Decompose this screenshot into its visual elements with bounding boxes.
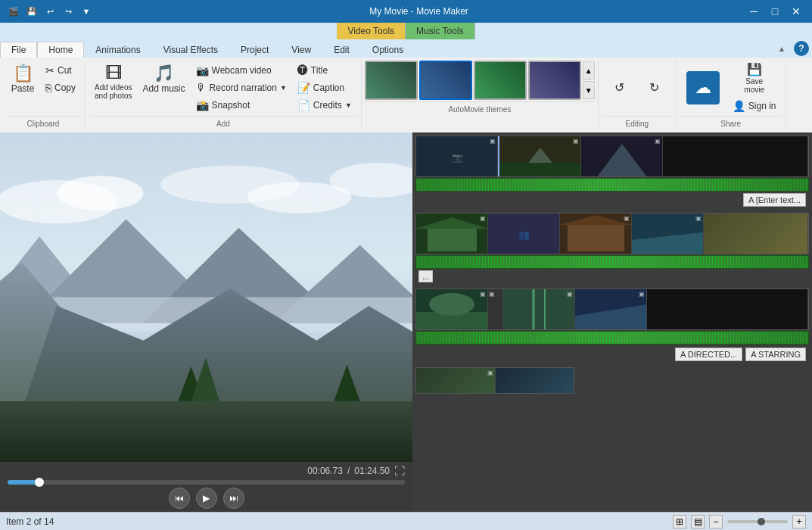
caption-btn[interactable]: 📝 Caption [293, 80, 356, 96]
text-overlay-1[interactable]: A [Enter text... [743, 193, 806, 207]
clip-thumb-3a[interactable]: ▣ [416, 289, 488, 329]
video-tools-tab[interactable]: Video Tools [337, 23, 406, 39]
rotate-left-btn[interactable]: ↺ [603, 79, 636, 97]
maximize-btn[interactable]: □ [765, 4, 785, 19]
sign-in-btn[interactable]: 👤 Sign in [728, 98, 781, 114]
clip-thumb-1b[interactable]: ▣ [499, 136, 581, 176]
clip-badge-3c: ▣ [639, 291, 645, 298]
help-btn[interactable]: ? [794, 41, 809, 56]
clip-thumb-3b[interactable]: ▣ [503, 289, 575, 329]
svg-text:📷: 📷 [452, 151, 463, 163]
clip-scene-2 [499, 136, 581, 176]
time-total: 01:24.50 [354, 466, 390, 476]
theme-4[interactable] [528, 61, 581, 100]
forward-btn[interactable]: ⏭ [223, 488, 244, 509]
undo-btn[interactable]: ↩ [42, 4, 58, 19]
starring-overlay[interactable]: A STARRING [745, 348, 806, 361]
zoom-plus-btn[interactable]: + [792, 515, 806, 528]
clip-thumb-2c[interactable]: ▣ [560, 214, 632, 254]
share-group: ☁ 💾 Save movie 👤 Sign in Share [677, 61, 786, 129]
svg-point-2 [57, 176, 143, 210]
clip-thumb-2e[interactable] [704, 214, 808, 254]
clip-thumb-3c[interactable]: ▣ [575, 289, 647, 329]
clip-badge-2a: ▣ [480, 215, 486, 222]
tab-project[interactable]: Project [229, 42, 280, 58]
narration-btn[interactable]: 🎙 Record narration ▼ [191, 80, 291, 96]
snapshot-btn[interactable]: 📸 Snapshot [191, 97, 291, 114]
save-quick-btn[interactable]: 💾 [24, 4, 39, 19]
clip-strip-1[interactable]: 📷 ▣ [415, 136, 809, 177]
zoom-slider[interactable] [727, 520, 788, 523]
tab-animations[interactable]: Animations [84, 42, 151, 58]
theme-scroll-up[interactable]: ▲ [583, 61, 595, 80]
copy-btn[interactable]: ⎘ Copy [41, 80, 80, 96]
paste-icon: 📋 [13, 65, 33, 82]
rotate-right-btn[interactable]: ↻ [638, 79, 671, 97]
tab-edit[interactable]: Edit [322, 42, 361, 58]
clip-thumb-1d[interactable] [663, 136, 808, 176]
ribbon-collapse-btn[interactable]: ▲ [774, 41, 789, 56]
rewind-btn[interactable]: ⏮ [169, 488, 190, 509]
add-text-btns: 🅣 Title 📝 Caption 📄 Credits ▼ [293, 62, 356, 114]
clip-thumb-inner-3a [416, 289, 487, 329]
clip-thumb-inner-1a: 📷 [416, 136, 497, 176]
clip-thumb-inner-1b [499, 136, 580, 176]
tab-home[interactable]: Home [37, 42, 84, 58]
progress-bar[interactable] [8, 480, 405, 485]
onedrive-btn[interactable]: ☁ [681, 67, 725, 108]
clip-strip-3[interactable]: ▣ ▣ [415, 288, 809, 330]
progress-thumb[interactable] [35, 478, 44, 487]
clipboard-label-row: Clipboard [6, 116, 80, 129]
redo-btn[interactable]: ↪ [61, 4, 76, 19]
tab-view[interactable]: View [280, 42, 322, 58]
ribbon-content: 📋 Paste ✂ Cut ⎘ Copy Clipboard [0, 58, 812, 132]
ellipsis-box[interactable]: ... [418, 270, 433, 282]
timeline-panel[interactable]: 📷 ▣ [412, 132, 812, 512]
timeline-view-btn[interactable]: ▤ [691, 515, 705, 528]
tab-file[interactable]: File [0, 42, 37, 58]
audio-strip-3 [415, 331, 809, 344]
clip-thumb-inner-4b [496, 368, 574, 393]
clip-thumb-1c[interactable]: ▣ [581, 136, 663, 176]
play-btn[interactable]: ▶ [196, 488, 217, 509]
paste-btn[interactable]: 📋 Paste [6, 62, 39, 97]
save-movie-btn[interactable]: 💾 Save movie [728, 61, 781, 97]
clip-thumb-2b[interactable]: 👥 [488, 214, 560, 254]
clip-strip-4[interactable]: ▣ [415, 367, 574, 394]
theme-scroll-down[interactable]: ▼ [583, 81, 595, 99]
directed-overlay[interactable]: A DIRECTED... [675, 348, 742, 361]
svg-rect-25 [428, 229, 477, 251]
clip-thumb-2d[interactable]: ▣ [632, 214, 704, 254]
credits-btn[interactable]: 📄 Credits ▼ [293, 97, 356, 114]
clip-thumb-3d[interactable] [647, 289, 808, 329]
tab-visual-effects[interactable]: Visual Effects [152, 42, 229, 58]
clip-thumb-1a[interactable]: 📷 ▣ [416, 136, 498, 176]
playback-controls: ⏮ ▶ ⏭ [8, 488, 405, 509]
zoom-minus-btn[interactable]: − [709, 515, 723, 528]
minimize-btn[interactable]: ─ [744, 4, 764, 19]
music-tools-tab[interactable]: Music Tools [406, 23, 474, 39]
clip-thumb-inner-4a [416, 368, 495, 393]
snapshot-icon: 📸 [196, 99, 209, 111]
clip-thumb-2a[interactable]: ▣ [416, 214, 488, 254]
clip-thumb-4b[interactable] [496, 368, 574, 393]
close-btn[interactable]: ✕ [786, 4, 806, 19]
clip-thumb-4a[interactable]: ▣ [416, 368, 496, 393]
fullscreen-btn[interactable]: ⛶ [394, 465, 405, 477]
clip-strip-2[interactable]: ▣ 👥 [415, 213, 809, 254]
title-btn[interactable]: 🅣 Title [293, 62, 356, 79]
add-music-btn[interactable]: 🎵 Add music [138, 62, 190, 97]
qa-dropdown-btn[interactable]: ▼ [79, 4, 94, 19]
cut-btn[interactable]: ✂ Cut [41, 62, 80, 79]
timeline-row-4: ▣ [412, 364, 812, 397]
ribbon-tabs: File Home Animations Visual Effects Proj… [0, 39, 812, 58]
theme-3[interactable] [474, 61, 527, 100]
storyboard-view-btn[interactable]: ⊞ [673, 515, 686, 528]
theme-1[interactable] [365, 61, 418, 100]
share-content: ☁ 💾 Save movie 👤 Sign in [681, 61, 781, 114]
add-videos-btn[interactable]: 🎞 Add videos and photos [90, 62, 137, 103]
webcam-btn[interactable]: 📷 Webcam video [191, 62, 291, 79]
tab-options[interactable]: Options [361, 42, 415, 58]
clip-badge-4a: ▣ [487, 369, 493, 376]
theme-2[interactable] [419, 61, 472, 100]
